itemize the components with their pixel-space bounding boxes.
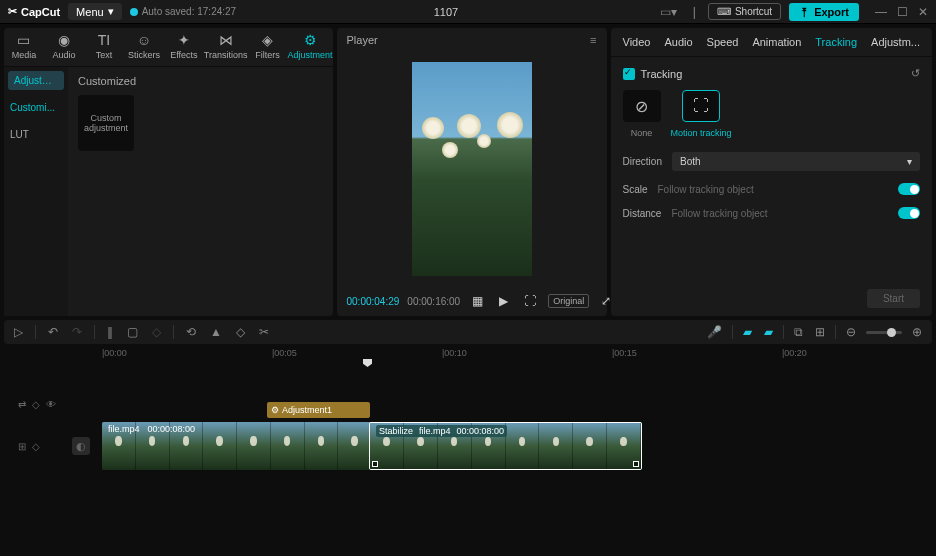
play-button[interactable]: ▶ — [495, 292, 512, 310]
export-button[interactable]: ⭱ Export — [789, 3, 859, 21]
grid-icon[interactable]: ⊞ — [18, 441, 26, 452]
split-icon[interactable]: ‖ — [105, 323, 115, 341]
zoom-slider[interactable] — [866, 331, 902, 334]
time-current: 00:00:04:29 — [347, 296, 400, 307]
magnet-track-icon[interactable]: ▰ — [762, 323, 775, 341]
clip-handle-left[interactable] — [372, 461, 378, 467]
start-button[interactable]: Start — [867, 289, 920, 308]
reverse-icon[interactable]: ⟲ — [184, 323, 198, 341]
menu-label: Menu — [76, 6, 104, 18]
select-tool-icon[interactable]: ▷ — [12, 323, 25, 341]
rotate-icon[interactable]: ◇ — [234, 323, 247, 341]
titlebar-right: ▭▾ | ⌨ Shortcut ⭱ Export — ☐ ✕ — [656, 3, 928, 21]
ruler-tick: |00:15 — [612, 348, 637, 358]
ruler-tick: |00:10 — [442, 348, 467, 358]
media-icon: ▭ — [17, 32, 30, 48]
insp-tab-adjustment[interactable]: Adjustm... — [871, 36, 920, 48]
clip1-duration: 00:00:08:00 — [148, 424, 196, 434]
autosave-status: Auto saved: 17:24:27 — [130, 6, 237, 17]
tab-effects[interactable]: ✦Effects — [164, 28, 204, 66]
ruler-tick: |00:00 — [102, 348, 127, 358]
autosave-dot-icon — [130, 8, 138, 16]
direction-select[interactable]: Both ▾ — [672, 152, 920, 171]
sidenav-customized[interactable]: Customi... — [4, 94, 68, 121]
inspector-tabs: Video Audio Speed Animation Tracking Adj… — [611, 28, 933, 57]
project-title: 1107 — [434, 6, 458, 18]
hide-icon[interactable]: ◇ — [32, 399, 40, 410]
tab-stickers[interactable]: ☺Stickers — [124, 28, 164, 66]
shortcut-label: Shortcut — [735, 6, 772, 17]
tracking-checkbox[interactable]: Tracking — [623, 68, 683, 80]
effect-track-header: ⇄ ◇ 👁 — [4, 394, 102, 414]
reset-icon[interactable]: ↺ — [911, 67, 920, 80]
preview-icon[interactable]: ⊞ — [813, 323, 827, 341]
insp-tab-audio[interactable]: Audio — [664, 36, 692, 48]
maximize-button[interactable]: ☐ — [897, 5, 908, 19]
direction-label: Direction — [623, 156, 662, 167]
grid-icon[interactable]: ▦ — [468, 292, 487, 310]
clip-handle-right[interactable] — [633, 461, 639, 467]
tab-adjustment[interactable]: ⚙Adjustment — [288, 28, 333, 66]
clip2-name: file.mp4 — [419, 426, 451, 436]
mirror-icon[interactable]: ▲ — [208, 323, 224, 341]
mic-icon[interactable]: 🎤 — [705, 323, 724, 341]
layout-icon[interactable]: ▭▾ — [656, 3, 681, 21]
delete-icon[interactable]: ▢ — [125, 323, 140, 341]
close-button[interactable]: ✕ — [918, 5, 928, 19]
distance-label: Distance — [623, 208, 662, 219]
redo-icon[interactable]: ↷ — [70, 323, 84, 341]
quality-button[interactable]: Original — [548, 294, 589, 308]
video-clip-2-selected[interactable]: Stabilize file.mp4 00:00:08:00 — [369, 422, 642, 470]
crop-icon[interactable]: ✂ — [257, 323, 271, 341]
tracking-option-none[interactable]: ⊘ None — [623, 90, 661, 138]
effects-icon: ✦ — [178, 32, 190, 48]
tab-filters[interactable]: ◈Filters — [248, 28, 288, 66]
sidenav-lut[interactable]: LUT — [4, 121, 68, 148]
shortcut-button[interactable]: ⌨ Shortcut — [708, 3, 781, 20]
insp-tab-speed[interactable]: Speed — [707, 36, 739, 48]
insp-tab-animation[interactable]: Animation — [752, 36, 801, 48]
player-controls: 00:00:04:29 00:00:16:00 ▦ ▶ ⛶ Original ⤢ — [337, 286, 607, 316]
tab-transitions[interactable]: ⋈Transitions — [204, 28, 248, 66]
menu-button[interactable]: Menu ▾ — [68, 3, 122, 20]
custom-adjustment-card[interactable]: Custom adjustment — [78, 95, 134, 151]
clip2-effect: Stabilize — [379, 426, 413, 436]
hide-icon[interactable]: ◇ — [32, 441, 40, 452]
adjustment-clip[interactable]: ⚙ Adjustment1 — [267, 402, 370, 418]
ruler-tick: |00:05 — [272, 348, 297, 358]
sidenav-adjustment[interactable]: Adjustment — [8, 71, 64, 90]
clip2-duration: 00:00:08:00 — [457, 426, 505, 436]
lock-icon[interactable]: ⇄ — [18, 399, 26, 410]
insp-tab-tracking[interactable]: Tracking — [815, 36, 857, 48]
inspector-body: Tracking ↺ ⊘ None ⛶ Motion tracking Dire… — [611, 57, 933, 281]
motion-tracking-icon: ⛶ — [693, 97, 709, 115]
magnet-main-icon[interactable]: ▰ — [741, 323, 754, 341]
eye-icon[interactable]: 👁 — [46, 399, 56, 410]
tab-audio[interactable]: ◉Audio — [44, 28, 84, 66]
audio-icon: ◉ — [58, 32, 70, 48]
tracking-option-motion[interactable]: ⛶ Motion tracking — [671, 90, 732, 138]
tracking-title: Tracking — [641, 68, 683, 80]
tool-icon[interactable]: ◇ — [150, 323, 163, 341]
time-ruler[interactable]: |00:00 |00:05 |00:10 |00:15 |00:20 — [102, 346, 932, 362]
tab-media[interactable]: ▭Media — [4, 28, 44, 66]
none-icon: ⊘ — [635, 97, 648, 116]
link-icon[interactable]: ⧉ — [792, 323, 805, 341]
scan-icon[interactable]: ⛶ — [520, 292, 540, 310]
player-menu-icon[interactable]: ≡ — [590, 34, 596, 46]
thumbnail-toggle[interactable]: ◐ — [72, 437, 90, 455]
adjustment-clip-icon: ⚙ — [271, 405, 279, 415]
zoom-in-icon[interactable]: ⊕ — [910, 323, 924, 341]
export-icon: ⭱ — [799, 6, 810, 18]
distance-toggle[interactable] — [898, 207, 920, 219]
minimize-button[interactable]: — — [875, 5, 887, 19]
player-canvas[interactable] — [337, 52, 607, 286]
tab-text[interactable]: TIText — [84, 28, 124, 66]
scale-toggle[interactable] — [898, 183, 920, 195]
zoom-out-icon[interactable]: ⊖ — [844, 323, 858, 341]
insp-tab-video[interactable]: Video — [623, 36, 651, 48]
divider: | — [689, 3, 700, 21]
side-nav: Adjustment Customi... LUT — [4, 67, 68, 316]
timeline: |00:00 |00:05 |00:10 |00:15 |00:20 ⇄ ◇ 👁… — [4, 346, 932, 550]
undo-icon[interactable]: ↶ — [46, 323, 60, 341]
